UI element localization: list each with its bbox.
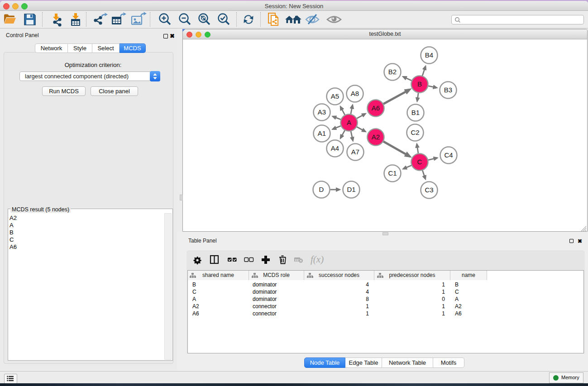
svg-text:A6: A6 [372, 104, 380, 112]
svg-text:C3: C3 [425, 186, 433, 194]
svg-text:B4: B4 [425, 51, 433, 59]
svg-text:A4: A4 [331, 144, 339, 152]
svg-text:C2: C2 [411, 129, 419, 136]
svg-text:B3: B3 [444, 86, 452, 94]
svg-text:A1: A1 [318, 129, 326, 137]
svg-text:A7: A7 [351, 148, 359, 156]
svg-text:B: B [417, 80, 422, 88]
svg-text:C4: C4 [444, 151, 453, 159]
svg-text:D1: D1 [347, 186, 355, 193]
svg-text:D: D [319, 186, 324, 193]
svg-text:C1: C1 [388, 169, 397, 177]
svg-text:B2: B2 [388, 68, 397, 76]
svg-text:f(x): f(x) [311, 254, 324, 265]
svg-text:A: A [347, 119, 351, 126]
svg-text:C: C [417, 158, 422, 166]
svg-text:A5: A5 [331, 92, 339, 100]
svg-text:A3: A3 [318, 108, 326, 116]
svg-text:A8: A8 [351, 90, 359, 97]
svg-text:B1: B1 [411, 109, 420, 116]
svg-text:A2: A2 [372, 133, 380, 141]
